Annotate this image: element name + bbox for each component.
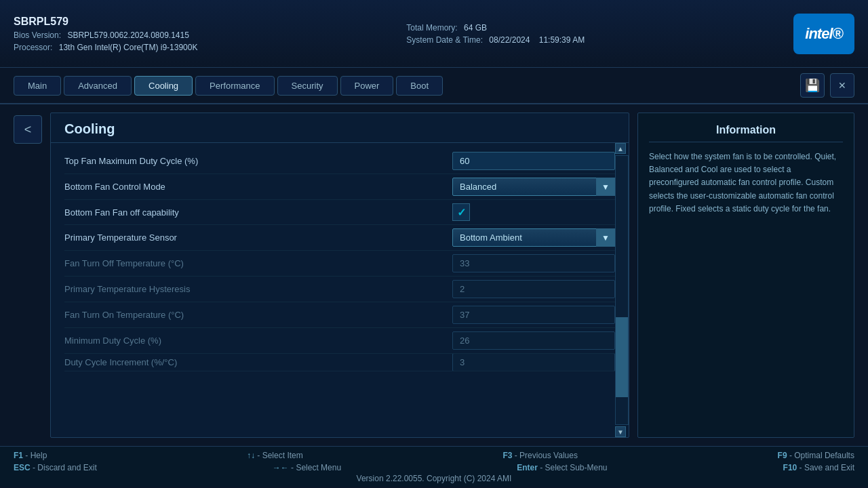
setting-row-fan-turn-on-temp: Fan Turn On Temperature (°C) <box>64 302 615 328</box>
input-minimum-duty-cycle <box>452 331 615 350</box>
tab-performance[interactable]: Performance <box>195 76 274 96</box>
nav-actions: 💾 ✕ <box>800 73 854 98</box>
value-primary-temp-sensor: Bottom Ambient Top Ambient CPU Memory ▼ <box>452 228 615 247</box>
tab-advanced[interactable]: Advanced <box>64 76 132 96</box>
value-duty-cycle-increment <box>452 354 615 371</box>
processor-value: 13th Gen Intel(R) Core(TM) i9-13900K <box>59 43 198 52</box>
label-primary-temp-hysteresis: Primary Temperature Hysteresis <box>64 284 452 294</box>
label-top-fan-max-duty: Top Fan Maximum Duty Cycle (%) <box>64 156 452 166</box>
footer-shortcuts-row2: ESC - Discard and Exit →← - Select Menu … <box>14 463 854 472</box>
select-wrapper-bottom-fan-control: Quiet Balanced Cool Custom Fixed ▼ <box>452 178 615 196</box>
setting-row-duty-cycle-increment: Duty Cycle Increment (%/°C) <box>64 354 615 371</box>
datetime-row: System Date & Time: 08/22/2024 11:59:39 … <box>406 35 585 45</box>
scrollbar-thumb[interactable] <box>616 317 628 398</box>
value-bottom-fan-control: Quiet Balanced Cool Custom Fixed ▼ <box>452 178 615 196</box>
tab-security[interactable]: Security <box>277 76 338 96</box>
shortcut-f1: F1 - Help <box>14 451 47 460</box>
label-fan-turn-off-temp: Fan Turn Off Temperature (°C) <box>64 258 452 268</box>
shortcut-menu: →← - Select Menu <box>273 463 341 472</box>
value-fan-turn-on-temp <box>452 306 615 324</box>
setting-row-top-fan-max-duty: Top Fan Maximum Duty Cycle (%) <box>64 148 615 174</box>
footer-shortcuts-row1: F1 - Help ↑↓ - Select Item F3 - Previous… <box>14 451 854 460</box>
settings-list: Top Fan Maximum Duty Cycle (%) Bottom Fa… <box>51 143 629 437</box>
footer: F1 - Help ↑↓ - Select Item F3 - Previous… <box>0 446 868 487</box>
setting-row-minimum-duty-cycle: Minimum Duty Cycle (%) <box>64 328 615 354</box>
footer-version: Version 2.22.0055. Copyright (C) 2024 AM… <box>14 474 854 483</box>
processor-row: Processor: 13th Gen Intel(R) Core(TM) i9… <box>14 43 197 52</box>
select-wrapper-primary-temp-sensor: Bottom Ambient Top Ambient CPU Memory ▼ <box>452 228 615 247</box>
value-bottom-fan-off <box>452 203 615 221</box>
shortcut-esc: ESC - Discard and Exit <box>14 463 97 472</box>
bios-version-row: Bios Version: SBRPL579.0062.2024.0809.14… <box>14 30 197 40</box>
checkbox-bottom-fan-off[interactable] <box>452 203 470 221</box>
setting-row-bottom-fan-off: Bottom Fan Fan off capability <box>64 200 615 225</box>
checkbox-wrapper-bottom-fan-off <box>452 203 615 221</box>
setting-row-bottom-fan-control: Bottom Fan Control Mode Quiet Balanced C… <box>64 174 615 200</box>
select-primary-temp-sensor[interactable]: Bottom Ambient Top Ambient CPU Memory <box>452 228 615 247</box>
label-fan-turn-on-temp: Fan Turn On Temperature (°C) <box>64 310 452 320</box>
shortcut-f10: F10 - Save and Exit <box>783 463 854 472</box>
processor-label: Processor: <box>14 43 52 52</box>
setting-row-primary-temp-hysteresis: Primary Temperature Hysteresis <box>64 277 615 302</box>
shortcut-f9: F9 - Optimal Defaults <box>778 451 854 460</box>
tab-main[interactable]: Main <box>14 76 61 96</box>
scrollbar-track <box>615 155 629 425</box>
scrollbar-container: ▲ ▼ <box>615 143 629 437</box>
shortcut-f3: F3 - Previous Values <box>502 451 578 460</box>
bios-header: SBRPL579 Bios Version: SBRPL579.0062.202… <box>0 0 868 68</box>
bios-version-value: SBRPL579.0062.2024.0809.1415 <box>67 30 189 40</box>
label-primary-temp-sensor: Primary Temperature Sensor <box>64 232 452 243</box>
value-top-fan-max-duty <box>452 152 615 170</box>
tab-boot[interactable]: Boot <box>396 76 443 96</box>
input-primary-temp-hysteresis <box>452 280 615 298</box>
info-panel: Information Select how the system fan is… <box>637 113 854 438</box>
close-icon-btn[interactable]: ✕ <box>830 73 854 98</box>
value-fan-turn-off-temp <box>452 254 615 272</box>
value-primary-temp-hysteresis <box>452 280 615 298</box>
model-name: SBRPL579 <box>14 16 197 28</box>
datetime-label: System Date & Time: <box>406 35 483 45</box>
scroll-up-arrow[interactable]: ▲ <box>615 143 626 154</box>
panel-title: Cooling <box>51 113 629 143</box>
memory-value: 64 GB <box>464 23 487 33</box>
shortcut-enter: Enter - Select Sub-Menu <box>517 463 607 472</box>
scroll-down-arrow[interactable]: ▼ <box>615 426 626 437</box>
tab-cooling[interactable]: Cooling <box>134 76 193 96</box>
input-top-fan-max-duty[interactable] <box>452 152 615 170</box>
shortcut-arrows: ↑↓ - Select Item <box>247 451 303 460</box>
select-bottom-fan-control[interactable]: Quiet Balanced Cool Custom Fixed <box>452 178 615 196</box>
main-area: < Cooling Top Fan Maximum Duty Cycle (%)… <box>0 104 868 446</box>
setting-row-fan-turn-off-temp: Fan Turn Off Temperature (°C) <box>64 251 615 277</box>
input-duty-cycle-increment <box>452 354 615 371</box>
back-button[interactable]: < <box>14 115 42 144</box>
header-info-left: SBRPL579 Bios Version: SBRPL579.0062.202… <box>14 16 197 52</box>
setting-row-primary-temp-sensor: Primary Temperature Sensor Bottom Ambien… <box>64 225 615 251</box>
label-duty-cycle-increment: Duty Cycle Increment (%/°C) <box>64 357 452 367</box>
label-bottom-fan-off: Bottom Fan Fan off capability <box>64 207 452 218</box>
info-panel-text: Select how the system fan is to be contr… <box>649 150 843 216</box>
value-minimum-duty-cycle <box>452 331 615 350</box>
input-fan-turn-off-temp <box>452 254 615 272</box>
datetime-value: 08/22/2024 <box>489 35 530 45</box>
memory-row: Total Memory: 64 GB <box>406 23 585 33</box>
bios-version-label: Bios Version: <box>14 30 61 40</box>
tab-power[interactable]: Power <box>340 76 394 96</box>
info-panel-title: Information <box>649 124 843 142</box>
memory-label: Total Memory: <box>406 23 457 33</box>
save-icon-btn[interactable]: 💾 <box>800 73 825 98</box>
content-panel: Cooling Top Fan Maximum Duty Cycle (%) B… <box>50 113 629 438</box>
header-info-right: Total Memory: 64 GB System Date & Time: … <box>406 23 585 45</box>
nav-tabs: Main Advanced Cooling Performance Securi… <box>14 76 443 96</box>
label-minimum-duty-cycle: Minimum Duty Cycle (%) <box>64 336 452 346</box>
time-value: 11:59:39 AM <box>539 35 585 45</box>
label-bottom-fan-control: Bottom Fan Control Mode <box>64 182 452 192</box>
input-fan-turn-on-temp <box>452 306 615 324</box>
nav-bar: Main Advanced Cooling Performance Securi… <box>0 68 868 104</box>
intel-logo: intel® <box>793 14 854 54</box>
